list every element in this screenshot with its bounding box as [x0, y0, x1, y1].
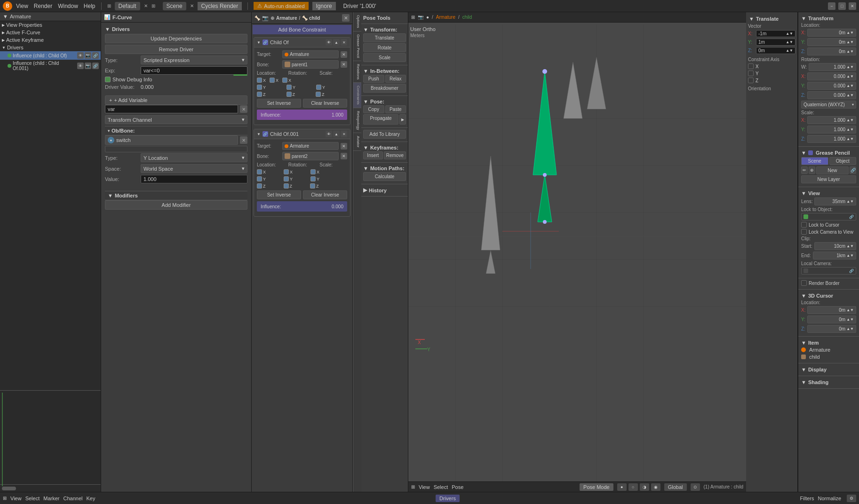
propagate-button[interactable]: Propagate: [363, 114, 398, 125]
clip-start-input[interactable]: 10cm ▲▼: [814, 242, 856, 250]
c1-scale-z-cb[interactable]: [316, 92, 321, 97]
viewport-menu-icon[interactable]: ⊞: [411, 15, 415, 20]
outliner-active-fcurve[interactable]: ▶ Active F-Curve: [0, 29, 101, 36]
clip-end-input[interactable]: 1km ▲▼: [813, 252, 856, 260]
filters-menu[interactable]: Filters: [800, 496, 814, 501]
c2-target-selector[interactable]: Armature: [282, 142, 339, 150]
c1-rot-z-cb[interactable]: [286, 92, 292, 97]
outliner-drivers-folder[interactable]: ▼ Drivers: [0, 44, 101, 51]
gp-new-button[interactable]: New: [816, 166, 849, 174]
retopology-tab[interactable]: Retopology: [353, 108, 361, 133]
constraint-2-close[interactable]: ✕: [341, 131, 347, 137]
axis-z-checkbox[interactable]: [748, 78, 754, 83]
select-menu-left[interactable]: Select: [25, 496, 40, 501]
c2-scale-y-cb[interactable]: [310, 176, 316, 181]
scale-button[interactable]: Scale: [363, 53, 406, 62]
gp-scene-button[interactable]: Scene: [801, 157, 828, 165]
c1-target-selector[interactable]: Armature: [282, 50, 339, 58]
lens-input[interactable]: 35mm ▲▼: [814, 197, 856, 205]
normalize-menu[interactable]: Normalize: [818, 496, 842, 501]
vp-pose-menu[interactable]: Pose: [452, 484, 463, 490]
vp-view-menu[interactable]: View: [419, 484, 430, 490]
pose-mode-selector[interactable]: Pose Mode: [580, 483, 613, 491]
constraints-tab[interactable]: Constraints: [353, 83, 361, 108]
cursor-y-input[interactable]: 0m ▲▼: [807, 315, 856, 323]
viewport-camera-icon[interactable]: 📷: [418, 15, 423, 20]
update-dependencies-button[interactable]: Update Dependencies: [105, 34, 247, 43]
maximize-button[interactable]: □: [838, 2, 846, 10]
grease-pencil-tab[interactable]: Grease Pencil: [353, 32, 361, 61]
workspace-selector[interactable]: Default: [115, 2, 140, 10]
calculate-button[interactable]: Calculate: [363, 172, 406, 181]
axis-y-checkbox[interactable]: [748, 71, 754, 76]
viewport-shading-solid[interactable]: ●: [617, 483, 627, 491]
c2-rot-x-cb[interactable]: [284, 169, 289, 174]
viewport-shading-material[interactable]: ◑: [640, 483, 649, 491]
lock-to-cursor-checkbox[interactable]: [801, 222, 807, 228]
options-tab[interactable]: Options: [353, 12, 361, 32]
exp-input[interactable]: [141, 66, 247, 75]
render-engine[interactable]: Cycles Render: [198, 2, 242, 10]
viewport-display-icon[interactable]: ●: [426, 15, 429, 20]
constraint-1-close[interactable]: ✕: [341, 39, 347, 46]
add-variable-button[interactable]: + + Add Variable: [105, 95, 247, 105]
outliner-view-properties[interactable]: ▶ View Properties: [0, 21, 101, 29]
axis-x-checkbox[interactable]: [748, 63, 754, 69]
c2-scale-z-cb[interactable]: [310, 183, 315, 189]
rot-x-input[interactable]: 0.000 ▲▼: [807, 72, 856, 80]
scale-z-input[interactable]: 1.000 ▲▼: [807, 135, 856, 143]
bottom-menu-icon-left[interactable]: ⊞: [3, 496, 7, 501]
add-modifier-button[interactable]: Add Modifier: [105, 200, 247, 210]
lock-to-object-link[interactable]: 🔗: [849, 215, 854, 219]
c2-target-close[interactable]: ✕: [341, 143, 347, 150]
bottom-settings-icon[interactable]: ⚙: [847, 495, 856, 502]
c1-loc-x-cb[interactable]: [257, 78, 262, 83]
outliner-influence-childof[interactable]: Influence (child : Child Of) 👁 📷 🔗: [0, 51, 101, 60]
viewport-3d[interactable]: ⊞ 📷 ● / Armature / child: [408, 12, 746, 492]
gp-object-button[interactable]: Object: [829, 157, 857, 165]
global-selector[interactable]: Global: [664, 483, 687, 491]
scale-x-input[interactable]: 1.000 ▲▼: [807, 116, 856, 124]
c1-set-inverse-button[interactable]: Set Inverse: [257, 99, 301, 108]
add-to-library-button[interactable]: Add To Library: [363, 130, 406, 139]
translate-y-input[interactable]: 1m ▲▼: [756, 39, 795, 46]
c2-scale-x-cb[interactable]: [310, 169, 316, 174]
c1-rot-x-cb[interactable]: [270, 78, 275, 83]
eye-icon-2[interactable]: 👁: [77, 63, 84, 69]
local-camera-selector[interactable]: 🔗: [801, 267, 856, 275]
scale-y-input[interactable]: 1.000 ▲▼: [807, 126, 856, 134]
ob-bone-close[interactable]: ✕: [240, 136, 247, 144]
rotate-button[interactable]: Rotate: [363, 43, 406, 52]
c1-clear-inverse-button[interactable]: Clear Inverse: [303, 99, 347, 108]
paste-pose-button[interactable]: Paste: [385, 105, 406, 113]
cursor-x-input[interactable]: 0m ▲▼: [807, 306, 856, 314]
rot-y-input[interactable]: 0.000 ▲▼: [807, 82, 856, 90]
camera-icon-1[interactable]: 📷: [85, 52, 91, 59]
translate-z-input[interactable]: 0m ▲▼: [756, 47, 795, 54]
c1-bone-selector[interactable]: parent1: [282, 60, 339, 69]
ignore-button[interactable]: Ignore: [312, 2, 336, 10]
gp-tool-icon-2[interactable]: ⊕: [809, 166, 815, 174]
eye-icon-1[interactable]: 👁: [77, 52, 84, 59]
viewport-shading-rendered[interactable]: ◉: [651, 483, 660, 491]
rot-w-input[interactable]: 1.000 ▲▼: [809, 63, 856, 71]
push-button[interactable]: Push: [363, 75, 384, 83]
loc-x-input[interactable]: 0m ▲▼: [807, 29, 856, 37]
transform-channel-dropdown[interactable]: Transform Channel ▾: [105, 115, 247, 124]
c1-bone-close[interactable]: ✕: [341, 61, 347, 68]
c1-loc-y-cb[interactable]: [257, 85, 262, 90]
loc-z-input[interactable]: 0m ▲▼: [807, 47, 856, 55]
constraint-1-visibility[interactable]: 👁: [326, 39, 332, 46]
minimize-button[interactable]: −: [828, 2, 835, 10]
render-border-checkbox[interactable]: [801, 280, 807, 286]
constraint-2-visibility[interactable]: 👁: [326, 131, 332, 137]
close-button[interactable]: ✕: [849, 2, 856, 10]
camera-icon-2[interactable]: 📷: [85, 63, 91, 69]
c2-loc-x-cb[interactable]: [257, 169, 262, 174]
c1-loc-z-cb[interactable]: [257, 92, 262, 97]
remove-driver-button[interactable]: Remove Driver: [105, 45, 247, 54]
relax-button[interactable]: Relax: [385, 75, 406, 83]
c2-set-inverse-button[interactable]: Set Inverse: [257, 190, 301, 199]
gp-tool-icon-1[interactable]: ✏: [801, 166, 808, 174]
c1-scale-x-cb[interactable]: [282, 78, 287, 83]
